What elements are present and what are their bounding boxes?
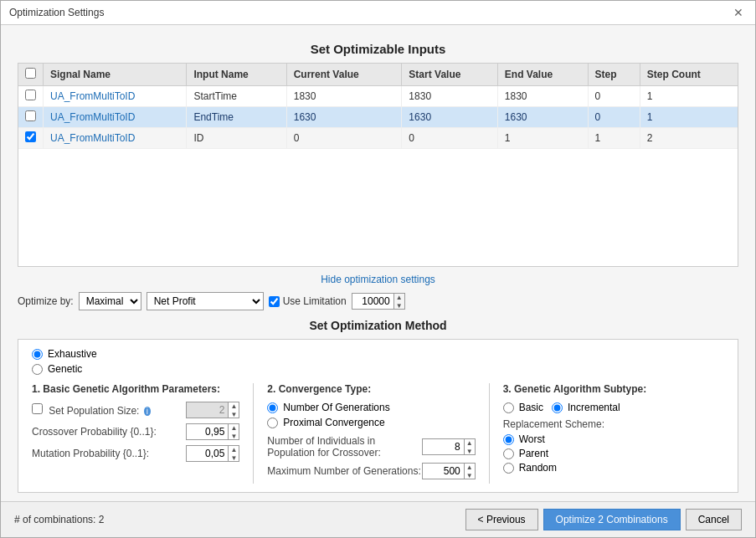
row-input: StartTime <box>187 86 286 107</box>
incremental-radio[interactable] <box>552 402 563 413</box>
col-input-name: Input Name <box>187 64 286 86</box>
col-end-value: End Value <box>497 64 588 86</box>
genetic-label[interactable]: Genetic <box>32 363 724 375</box>
ga-subtype-col: 3. Genetic Algorithm Subtype: Basic Incr… <box>503 383 724 484</box>
population-row: Set Population Size: i ▲ ▼ <box>32 402 239 418</box>
row-input: EndTime <box>187 107 286 128</box>
individuals-row: Number of Individuals in Population for … <box>267 435 475 459</box>
random-label[interactable]: Random <box>503 462 711 474</box>
exhaustive-text: Exhaustive <box>48 348 97 360</box>
dialog-body: Set Optimizable Inputs Signal Name Input… <box>1 25 755 501</box>
optimize-row: Optimize by: Maximal Minimal Net Profit … <box>18 292 738 310</box>
signal-link[interactable]: UA_FromMultiToID <box>50 111 135 123</box>
cancel-button[interactable]: Cancel <box>686 509 742 530</box>
combinations-count: # of combinations: 2 <box>14 514 104 525</box>
title-bar: Optimization Settings ✕ <box>1 1 755 25</box>
limitation-up[interactable]: ▲ <box>394 294 404 302</box>
worst-label[interactable]: Worst <box>503 433 711 445</box>
basic-subtype-radio[interactable] <box>503 402 514 413</box>
row-step: 0 <box>588 107 640 128</box>
worst-text: Worst <box>519 433 545 445</box>
proximal-text: Proximal Convergence <box>283 417 384 428</box>
parent-label[interactable]: Parent <box>503 448 711 459</box>
exhaustive-radio[interactable] <box>32 349 43 360</box>
population-checkbox[interactable] <box>32 403 43 414</box>
optimize-button[interactable]: Optimize 2 Combinations <box>543 509 681 530</box>
crossover-arrows: ▲ ▼ <box>228 423 239 440</box>
proximal-radio[interactable] <box>267 418 278 428</box>
crossover-input[interactable] <box>186 423 228 440</box>
col-step-count: Step Count <box>640 64 738 86</box>
incremental-text: Incremental <box>568 402 620 413</box>
max-gen-spinner: ▲ ▼ <box>422 463 476 479</box>
table-header-row: Signal Name Input Name Current Value Sta… <box>18 64 738 86</box>
col-current-value: Current Value <box>286 64 402 86</box>
row-input: ID <box>187 128 286 149</box>
previous-button[interactable]: < Previous <box>465 509 538 530</box>
limitation-down[interactable]: ▼ <box>394 302 404 310</box>
num-gen-label[interactable]: Number Of Generations <box>267 402 475 413</box>
individuals-input[interactable] <box>422 438 464 455</box>
mutation-up[interactable]: ▲ <box>229 446 239 454</box>
row-checkbox[interactable] <box>25 110 36 121</box>
individuals-down[interactable]: ▼ <box>465 448 475 456</box>
max-gen-down[interactable]: ▼ <box>465 472 475 480</box>
row-end: 1830 <box>497 86 588 107</box>
parent-radio[interactable] <box>503 448 514 459</box>
population-up[interactable]: ▲ <box>229 402 239 411</box>
max-gen-up[interactable]: ▲ <box>465 464 475 472</box>
limitation-input[interactable] <box>352 293 393 310</box>
row-checkbox-cell <box>18 128 44 149</box>
convergence-header: 2. Convergence Type: <box>267 383 475 395</box>
basic-params-header: 1. Basic Genetic Algorithm Parameters: <box>32 383 239 395</box>
incremental-label[interactable]: Incremental <box>552 402 620 413</box>
row-checkbox[interactable] <box>25 131 36 142</box>
params-row: 1. Basic Genetic Algorithm Parameters: S… <box>32 383 724 484</box>
basic-subtype-label[interactable]: Basic <box>503 402 543 413</box>
num-gen-text: Number Of Generations <box>283 402 389 413</box>
col-signal-name: Signal Name <box>44 64 187 86</box>
method-section-title: Set Optimization Method <box>18 319 738 332</box>
population-spinner: ▲ ▼ <box>186 402 239 418</box>
crossover-down[interactable]: ▼ <box>229 433 239 441</box>
crossover-row: Crossover Probability {0..1}: ▲ ▼ <box>32 423 239 440</box>
mutation-input[interactable] <box>186 445 228 462</box>
signal-link[interactable]: UA_FromMultiToID <box>50 132 135 144</box>
signal-link[interactable]: UA_FromMultiToID <box>50 90 135 102</box>
optimize-method-select[interactable]: Maximal Minimal <box>79 292 141 310</box>
population-input[interactable] <box>186 402 228 418</box>
individuals-label: Number of Individuals in Population for … <box>267 435 421 459</box>
random-radio[interactable] <box>503 463 514 474</box>
use-limitation-checkbox[interactable] <box>269 296 280 307</box>
dialog-title: Optimization Settings <box>9 7 104 18</box>
hide-settings-link[interactable]: Hide optimization settings <box>18 274 738 285</box>
max-gen-row: Maximum Number of Generations: ▲ ▼ <box>267 463 475 479</box>
exhaustive-label[interactable]: Exhaustive <box>32 348 724 360</box>
footer-bar: # of combinations: 2 < Previous Optimize… <box>1 501 755 537</box>
proximal-label[interactable]: Proximal Convergence <box>267 417 475 428</box>
max-gen-label: Maximum Number of Generations: <box>267 465 421 477</box>
num-gen-radio[interactable] <box>267 402 278 413</box>
algorithm-radio-group: Exhaustive Genetic <box>32 348 724 375</box>
max-gen-input[interactable] <box>422 463 464 479</box>
crossover-up[interactable]: ▲ <box>229 424 239 433</box>
ga-subtype-radio-group: Basic Incremental <box>503 402 711 413</box>
crossover-label: Crossover Probability {0..1}: <box>32 426 186 438</box>
ga-subtype-header: 3. Genetic Algorithm Subtype: <box>503 383 711 395</box>
genetic-text: Genetic <box>48 363 82 375</box>
worst-radio[interactable] <box>503 434 514 445</box>
select-all-checkbox[interactable] <box>25 68 36 79</box>
replacement-options: Worst Parent Random <box>503 433 711 474</box>
close-button[interactable]: ✕ <box>730 6 747 19</box>
genetic-radio[interactable] <box>32 364 43 375</box>
row-current: 1630 <box>286 107 402 128</box>
individuals-up[interactable]: ▲ <box>465 439 475 448</box>
row-current: 0 <box>286 128 402 149</box>
row-step: 0 <box>588 86 640 107</box>
crossover-spinner: ▲ ▼ <box>186 423 239 440</box>
mutation-down[interactable]: ▼ <box>229 454 239 463</box>
population-down[interactable]: ▼ <box>229 411 239 419</box>
col-checkbox <box>18 64 44 86</box>
row-checkbox[interactable] <box>25 90 36 100</box>
optimize-target-select[interactable]: Net Profit Gross Profit Drawdown <box>147 292 264 310</box>
